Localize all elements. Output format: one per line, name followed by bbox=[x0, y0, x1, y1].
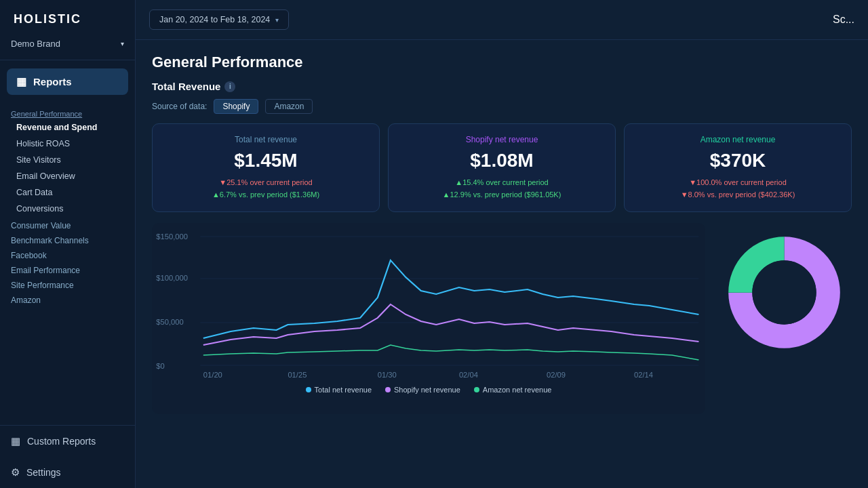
page-content: General Performance Total Revenue i Sour… bbox=[136, 40, 868, 488]
topbar: Jan 20, 2024 to Feb 18, 2024 ▾ Sc... bbox=[136, 0, 868, 40]
svg-text:01/20: 01/20 bbox=[203, 371, 222, 379]
metric-value-amazon: $370K bbox=[638, 150, 837, 171]
line-chart-svg: $150,000 $100,000 $50,000 $0 01/20 01/25… bbox=[155, 230, 703, 379]
svg-text:02/09: 02/09 bbox=[547, 371, 566, 379]
main-content: Jan 20, 2024 to Feb 18, 2024 ▾ Sc... Gen… bbox=[136, 0, 868, 488]
metric-changes-amazon: ▼100.0% over current period ▼8.0% vs. pr… bbox=[638, 177, 837, 201]
custom-reports-icon: ▦ bbox=[11, 435, 20, 447]
brand-chevron-icon: ▾ bbox=[121, 40, 124, 47]
info-icon[interactable]: i bbox=[224, 81, 235, 92]
custom-reports-label: Custom Reports bbox=[27, 436, 96, 447]
page-title: General Performance bbox=[152, 54, 852, 71]
legend-label-shopify: Shopify net revenue bbox=[394, 386, 460, 394]
date-range-picker[interactable]: Jan 20, 2024 to Feb 18, 2024 ▾ bbox=[149, 9, 289, 30]
svg-text:01/30: 01/30 bbox=[378, 371, 397, 379]
sidebar-item-facebook[interactable]: Facebook bbox=[0, 247, 135, 262]
source-label: Source of data: bbox=[152, 102, 207, 111]
section-title-text: Total Revenue bbox=[152, 81, 220, 92]
metric-label-shopify: Shopify net revenue bbox=[402, 135, 601, 144]
sidebar-item-consumer-value[interactable]: Consumer Value bbox=[0, 217, 135, 232]
donut-chart-svg bbox=[722, 230, 847, 355]
metric-change1-amazon: ▼100.0% over current period bbox=[638, 177, 837, 189]
metric-changes-shopify: ▲15.4% over current period ▲12.9% vs. pr… bbox=[402, 177, 601, 201]
source-amazon-badge[interactable]: Amazon bbox=[265, 99, 313, 114]
metric-change2-amazon: ▼8.0% vs. prev period ($402.36K) bbox=[638, 189, 837, 201]
svg-text:02/14: 02/14 bbox=[634, 371, 653, 379]
metric-changes-total: ▼25.1% over current period ▲6.7% vs. pre… bbox=[166, 177, 366, 201]
metric-value-shopify: $1.08M bbox=[402, 150, 601, 171]
sidebar-item-amazon[interactable]: Amazon bbox=[0, 291, 135, 306]
source-row: Source of data: Shopify Amazon bbox=[152, 99, 852, 114]
settings-gear-icon: ⚙ bbox=[11, 466, 20, 479]
metric-change2-shopify: ▲12.9% vs. prev period ($961.05K) bbox=[402, 189, 601, 201]
settings-label: Settings bbox=[26, 467, 61, 478]
metrics-row: Total net revenue $1.45M ▼25.1% over cur… bbox=[152, 123, 852, 212]
line-chart-container: $150,000 $100,000 $50,000 $0 01/20 01/25… bbox=[152, 223, 705, 414]
sidebar-item-benchmark-channels[interactable]: Benchmark Channels bbox=[0, 232, 135, 247]
metric-change2-total: ▲6.7% vs. prev period ($1.36M) bbox=[166, 189, 366, 201]
date-range-text: Jan 20, 2024 to Feb 18, 2024 bbox=[159, 15, 270, 24]
section-total-revenue: Total Revenue i bbox=[152, 81, 852, 92]
brand-selector[interactable]: Demo Brand ▾ bbox=[0, 33, 135, 60]
legend-shopify: Shopify net revenue bbox=[385, 386, 460, 394]
legend-dot-total bbox=[306, 387, 311, 392]
metric-change1-shopify: ▲15.4% over current period bbox=[402, 177, 601, 189]
metric-card-amazon: Amazon net revenue $370K ▼100.0% over cu… bbox=[624, 123, 852, 212]
date-picker-chevron-icon: ▾ bbox=[275, 16, 279, 24]
sidebar-item-site-visitors[interactable]: Site Visitors bbox=[0, 152, 135, 168]
svg-point-16 bbox=[752, 261, 816, 325]
sidebar-item-cart-data[interactable]: Cart Data bbox=[0, 184, 135, 201]
sidebar-item-holistic-roas[interactable]: Holistic ROAS bbox=[0, 136, 135, 152]
svg-text:01/25: 01/25 bbox=[288, 371, 307, 379]
metric-card-shopify: Shopify net revenue $1.08M ▲15.4% over c… bbox=[388, 123, 616, 212]
reports-label: Reports bbox=[33, 76, 72, 87]
sidebar-section-general-performance[interactable]: General Performance bbox=[0, 106, 135, 119]
svg-text:$50,000: $50,000 bbox=[156, 319, 184, 326]
sidebar: HOLISTIC Demo Brand ▾ ▦ Reports General … bbox=[0, 0, 136, 488]
legend-amazon: Amazon net revenue bbox=[474, 386, 552, 394]
settings-button[interactable]: ⚙ Settings bbox=[0, 457, 135, 488]
chart-area: $150,000 $100,000 $50,000 $0 01/20 01/25… bbox=[152, 223, 852, 414]
source-shopify-badge[interactable]: Shopify bbox=[214, 99, 258, 114]
brand-name: Demo Brand bbox=[11, 39, 60, 49]
app-logo: HOLISTIC bbox=[0, 0, 135, 33]
donut-chart-container bbox=[716, 230, 852, 355]
svg-text:$0: $0 bbox=[156, 363, 165, 370]
sidebar-item-email-overview[interactable]: Email Overview bbox=[0, 168, 135, 184]
metric-card-total: Total net revenue $1.45M ▼25.1% over cur… bbox=[152, 123, 380, 212]
metric-change1-total: ▼25.1% over current period bbox=[166, 177, 366, 189]
legend-dot-amazon bbox=[474, 387, 479, 392]
metric-value-total: $1.45M bbox=[166, 150, 366, 171]
legend-label-amazon: Amazon net revenue bbox=[483, 386, 552, 394]
sidebar-item-site-performance[interactable]: Site Performance bbox=[0, 277, 135, 291]
legend-dot-shopify bbox=[385, 387, 391, 392]
custom-reports-button[interactable]: ▦ Custom Reports bbox=[0, 426, 135, 457]
metric-label-amazon: Amazon net revenue bbox=[638, 135, 837, 144]
metric-label-total: Total net revenue bbox=[166, 135, 366, 144]
sidebar-nav: General Performance Revenue and Spend Ho… bbox=[0, 103, 135, 425]
sidebar-bottom: ▦ Custom Reports ⚙ Settings bbox=[0, 425, 135, 488]
sidebar-item-revenue-spend[interactable]: Revenue and Spend bbox=[0, 119, 135, 136]
svg-text:$100,000: $100,000 bbox=[156, 274, 188, 282]
svg-text:02/04: 02/04 bbox=[459, 371, 478, 379]
topbar-right-label: Sc... bbox=[833, 14, 854, 26]
chart-legend: Total net revenue Shopify net revenue Am… bbox=[155, 386, 703, 394]
sidebar-item-email-performance[interactable]: Email Performance bbox=[0, 262, 135, 277]
bar-chart-icon: ▦ bbox=[16, 75, 26, 88]
legend-total: Total net revenue bbox=[306, 386, 372, 394]
reports-nav-button[interactable]: ▦ Reports bbox=[7, 68, 128, 95]
legend-label-total: Total net revenue bbox=[315, 386, 372, 394]
sidebar-item-conversions[interactable]: Conversions bbox=[0, 201, 135, 217]
svg-text:$150,000: $150,000 bbox=[156, 233, 188, 241]
